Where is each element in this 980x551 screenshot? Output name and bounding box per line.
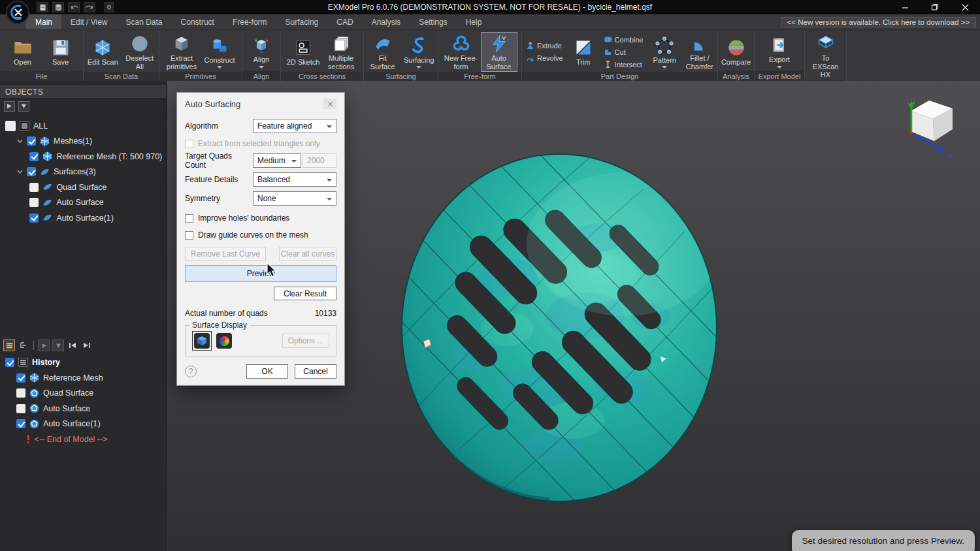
combine-button[interactable]: Combine: [604, 34, 644, 45]
surface-display-deviation-button[interactable]: [214, 331, 234, 351]
extract-triangles-checkbox[interactable]: [185, 140, 193, 148]
history-tree-view-button[interactable]: [18, 339, 29, 351]
tab-settings[interactable]: Settings: [410, 14, 456, 29]
ok-button[interactable]: OK: [246, 364, 288, 379]
deselect-all-button[interactable]: Deselect All: [122, 32, 158, 72]
align-button[interactable]: Align: [244, 33, 279, 70]
tree-view-icon: [20, 341, 27, 349]
checkbox-unchecked[interactable]: [5, 121, 16, 131]
checkbox-checked[interactable]: [29, 152, 39, 161]
objects-item-quad-surface[interactable]: Quad Surface: [0, 180, 166, 195]
to-exscan-hx-button[interactable]: To EXScan HX: [808, 32, 844, 80]
checkbox-checked[interactable]: [16, 419, 25, 428]
history-play-button[interactable]: [38, 339, 50, 351]
target-quads-count-field[interactable]: 2000: [302, 153, 336, 168]
extrude-button[interactable]: Extrude: [526, 40, 563, 52]
target-quads-select[interactable]: Medium: [253, 153, 301, 168]
surfacing-button[interactable]: Surfacing: [402, 34, 437, 71]
history-skip-start-button[interactable]: [67, 339, 78, 351]
2d-sketch-button[interactable]: 2D Sketch: [285, 36, 321, 68]
chevron-expanded-icon[interactable]: [16, 170, 23, 174]
export-button[interactable]: Export: [761, 33, 798, 70]
remove-last-curve-button[interactable]: Remove Last Curve: [185, 247, 266, 261]
history-item-end-of-model[interactable]: <-- End of Model -->: [0, 432, 166, 447]
fillet-chamfer-button[interactable]: Fillet / Chamfer: [683, 32, 716, 72]
auto-surface-button[interactable]: Auto Surface: [481, 32, 517, 72]
pattern-button[interactable]: Pattern: [650, 34, 679, 71]
objects-item-reference-mesh[interactable]: Reference Mesh (T: 500 970): [0, 149, 166, 165]
help-button[interactable]: ?: [185, 366, 197, 377]
revolve-button[interactable]: Revolve: [526, 53, 563, 64]
maximize-button[interactable]: [920, 0, 950, 14]
checkbox-checked[interactable]: [27, 136, 36, 146]
tab-scan-data[interactable]: Scan Data: [117, 14, 172, 29]
trim-button[interactable]: Trim: [570, 36, 597, 68]
history-item-reference-mesh[interactable]: Reference Mesh: [0, 370, 166, 386]
tab-surfacing[interactable]: Surfacing: [276, 14, 328, 29]
objects-filter-play-button[interactable]: [4, 101, 15, 112]
tab-analysis[interactable]: Analysis: [363, 14, 410, 29]
history-item-root[interactable]: History: [0, 355, 166, 371]
construct-button[interactable]: Construct: [201, 34, 238, 71]
redo-button[interactable]: [84, 2, 95, 12]
undo-button[interactable]: [68, 2, 80, 12]
objects-item-meshes[interactable]: Meshes(1): [0, 134, 166, 150]
save-quick-button[interactable]: [37, 2, 48, 12]
draw-guides-checkbox[interactable]: [185, 231, 193, 240]
tab-main[interactable]: Main: [26, 14, 61, 29]
open-button[interactable]: Open: [5, 36, 41, 68]
cut-button[interactable]: Cut: [604, 46, 644, 57]
objects-filter-down-button[interactable]: [18, 101, 29, 112]
dialog-titlebar[interactable]: Auto Surfacing: [185, 98, 336, 110]
minimize-button[interactable]: [890, 0, 920, 14]
checkbox-checked[interactable]: [5, 358, 14, 367]
symmetry-select[interactable]: None: [253, 191, 336, 206]
save-button[interactable]: Save: [42, 36, 79, 68]
checkbox-unchecked[interactable]: [29, 198, 39, 207]
update-notice-link[interactable]: << New version is available. Click here …: [781, 17, 976, 27]
tab-free-form[interactable]: Free-form: [223, 14, 276, 29]
options-button[interactable]: Options ...: [282, 334, 329, 348]
dialog-close-button[interactable]: [323, 99, 336, 109]
multiple-sections-button[interactable]: Multiple sections: [323, 32, 359, 72]
cancel-button[interactable]: Cancel: [295, 364, 336, 379]
history-skip-end-button[interactable]: [81, 339, 93, 351]
objects-item-surfaces[interactable]: Surfaces(3): [0, 165, 166, 180]
checkbox-checked[interactable]: [29, 213, 39, 223]
chevron-expanded-icon[interactable]: [16, 139, 23, 143]
orientation-cube[interactable]: z: [908, 101, 953, 160]
checkbox-unchecked[interactable]: [16, 388, 25, 398]
tab-edit-view[interactable]: Edit / View: [61, 14, 116, 29]
objects-item-auto-surface[interactable]: Auto Surface: [0, 195, 166, 211]
history-list-view-button[interactable]: [3, 339, 15, 351]
clear-result-button[interactable]: Clear Result: [274, 287, 336, 300]
intersect-button[interactable]: Intersect: [604, 59, 644, 70]
surface-display-solid-button[interactable]: [192, 331, 212, 351]
improve-holes-checkbox[interactable]: [185, 214, 193, 223]
close-button[interactable]: [950, 0, 980, 14]
objects-item-auto-surface-1[interactable]: Auto Surface(1): [0, 210, 166, 226]
new-free-form-button[interactable]: New Free-form: [443, 32, 480, 72]
clear-all-curves-button[interactable]: Clear all curves: [279, 247, 336, 261]
tab-help[interactable]: Help: [457, 14, 491, 29]
checkbox-checked[interactable]: [16, 373, 25, 383]
history-item-quad-surface[interactable]: Quad Surface: [0, 386, 166, 401]
save-as-quick-button[interactable]: [52, 2, 64, 12]
checkbox-checked[interactable]: [27, 167, 36, 176]
checkbox-unchecked[interactable]: [29, 183, 39, 192]
compare-button[interactable]: Compare: [719, 36, 753, 68]
extract-primitives-button[interactable]: Extract primitives: [163, 32, 200, 72]
history-step-down-button[interactable]: [52, 339, 64, 351]
tab-construct[interactable]: Construct: [172, 14, 223, 29]
algorithm-select[interactable]: Feature aligned: [253, 119, 336, 133]
checkbox-unchecked[interactable]: [16, 404, 25, 413]
preview-button[interactable]: Preview: [185, 265, 336, 282]
objects-item-all[interactable]: ALL: [0, 118, 166, 134]
tab-cad[interactable]: CAD: [327, 14, 362, 29]
feature-details-select[interactable]: Balanced: [253, 172, 336, 187]
edit-scan-button[interactable]: Edit Scan: [85, 36, 121, 68]
history-item-auto-surface[interactable]: Auto Surface: [0, 401, 166, 417]
history-item-auto-surface-1[interactable]: Auto Surface(1): [0, 417, 166, 432]
fit-surface-button[interactable]: Fit Surface: [365, 32, 400, 72]
quick-access-customize-button[interactable]: [105, 2, 114, 12]
